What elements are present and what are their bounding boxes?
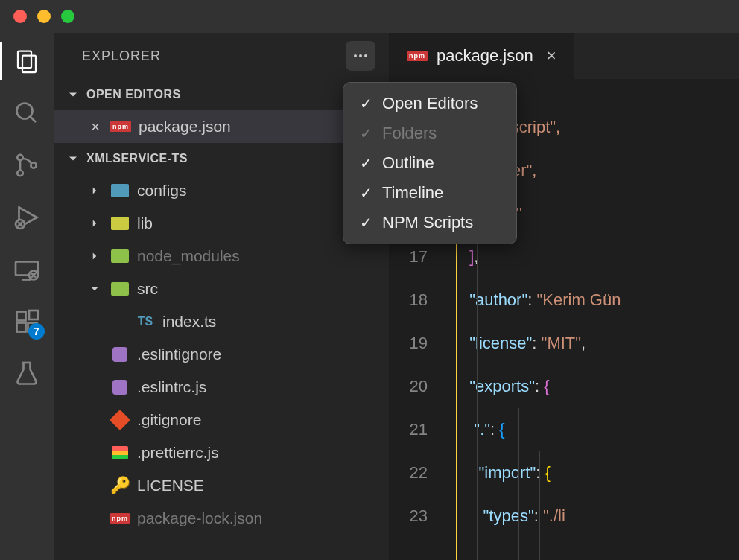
file-label: package.json xyxy=(139,118,231,136)
window-close-button[interactable] xyxy=(13,10,27,23)
tree-item-index-ts[interactable]: TSindex.ts xyxy=(54,305,389,338)
tree-item-label: .eslintrc.js xyxy=(137,378,206,396)
svg-point-18 xyxy=(359,54,362,57)
chevron-icon xyxy=(86,217,103,230)
npm-file-icon: npm xyxy=(407,51,428,61)
tree-item-label: package-lock.json xyxy=(137,509,262,527)
menu-item-folders[interactable]: ✓Folders xyxy=(343,118,516,148)
tree-item--eslintrc-js[interactable]: .eslintrc.js xyxy=(54,371,389,404)
chevron-down-icon xyxy=(66,151,80,166)
tree-item-label: node_modules xyxy=(137,247,240,265)
tree-item-package-lock-json[interactable]: npmpackage-lock.json xyxy=(54,502,389,535)
tree-item--prettierrc-js[interactable]: .prettierrc.js xyxy=(54,436,389,469)
svg-rect-12 xyxy=(17,312,26,321)
open-editor-item[interactable]: × npm package.json xyxy=(54,110,389,143)
chevron-icon xyxy=(86,282,103,296)
svg-rect-13 xyxy=(17,323,26,332)
file-tree: configslibnode_modulessrcTSindex.ts.esli… xyxy=(54,174,389,535)
file-icon xyxy=(110,410,130,430)
npm-file-icon: npm xyxy=(110,121,131,132)
search-icon[interactable] xyxy=(12,98,42,128)
tree-item-LICENSE[interactable]: 🔑LICENSE xyxy=(54,469,389,502)
folder-icon xyxy=(110,246,130,266)
folder-icon xyxy=(110,279,130,299)
tree-item-label: LICENSE xyxy=(137,477,204,494)
close-icon[interactable]: × xyxy=(547,46,556,66)
open-editors-section[interactable]: OPEN EDITORS xyxy=(54,79,389,110)
run-debug-icon[interactable] xyxy=(12,203,42,232)
svg-rect-0 xyxy=(18,51,31,69)
tree-item-src[interactable]: src xyxy=(54,273,389,305)
folder-icon xyxy=(110,214,130,233)
explorer-views-menu[interactable]: ✓Open Editors ✓Folders ✓Outline ✓Timelin… xyxy=(343,82,517,244)
extensions-icon[interactable]: 7 xyxy=(12,307,42,337)
svg-point-17 xyxy=(354,54,357,57)
file-icon: 🔑 xyxy=(110,476,130,495)
tree-item--eslintignore[interactable]: .eslintignore xyxy=(54,338,389,371)
chevron-icon xyxy=(86,249,103,263)
tree-item-label: .gitignore xyxy=(137,411,201,429)
svg-line-3 xyxy=(31,117,37,123)
explorer-icon[interactable] xyxy=(12,46,42,76)
tab-label: package.json xyxy=(437,46,533,66)
window-minimize-button[interactable] xyxy=(37,10,51,23)
folder-icon xyxy=(110,181,130,200)
extensions-badge: 7 xyxy=(28,323,45,340)
sidebar-title: EXPLORER xyxy=(82,48,161,64)
file-icon: TS xyxy=(136,312,155,331)
tree-item-label: .eslintignore xyxy=(137,346,221,363)
explorer-more-button[interactable] xyxy=(346,41,375,71)
tree-item--gitignore[interactable]: .gitignore xyxy=(54,404,389,436)
close-icon[interactable]: × xyxy=(88,118,103,136)
svg-point-6 xyxy=(31,162,37,168)
file-icon xyxy=(110,345,130,364)
project-section[interactable]: XMLSERVICE-TS xyxy=(54,143,389,174)
menu-item-npm-scripts[interactable]: ✓NPM Scripts xyxy=(343,208,516,238)
menu-item-timeline[interactable]: ✓Timeline xyxy=(343,178,516,208)
chevron-icon xyxy=(86,184,103,197)
svg-rect-15 xyxy=(29,311,38,319)
tree-item-label: configs xyxy=(137,182,187,200)
sidebar-header: EXPLORER xyxy=(54,33,389,79)
svg-point-19 xyxy=(364,54,367,57)
window-zoom-button[interactable] xyxy=(61,10,74,23)
tab-package-json[interactable]: npm package.json × xyxy=(389,33,575,79)
file-icon xyxy=(110,378,130,397)
file-icon: npm xyxy=(110,509,130,528)
tree-item-label: lib xyxy=(137,214,153,232)
tree-item-configs[interactable]: configs xyxy=(54,174,389,207)
chevron-down-icon xyxy=(66,87,80,102)
file-icon xyxy=(110,443,130,462)
tree-item-node_modules[interactable]: node_modules xyxy=(54,240,389,273)
menu-item-outline[interactable]: ✓Outline xyxy=(343,148,516,178)
sidebar: EXPLORER OPEN EDITORS × npm package.json… xyxy=(54,33,389,560)
tree-item-label: .prettierrc.js xyxy=(137,444,219,462)
svg-point-2 xyxy=(17,104,33,119)
menu-item-open-editors[interactable]: ✓Open Editors xyxy=(343,89,516,118)
svg-point-5 xyxy=(17,171,23,176)
svg-point-4 xyxy=(17,155,23,161)
source-control-icon[interactable] xyxy=(12,150,42,180)
tree-item-lib[interactable]: lib xyxy=(54,207,389,240)
tree-item-label: src xyxy=(137,280,158,298)
activity-bar: 7 xyxy=(0,33,54,560)
testing-icon[interactable] xyxy=(12,359,42,389)
remote-icon[interactable] xyxy=(12,255,42,284)
tab-bar: npm package.json × xyxy=(389,33,739,79)
svg-rect-1 xyxy=(22,56,36,73)
titlebar xyxy=(0,0,739,33)
tree-item-label: index.ts xyxy=(162,313,216,331)
